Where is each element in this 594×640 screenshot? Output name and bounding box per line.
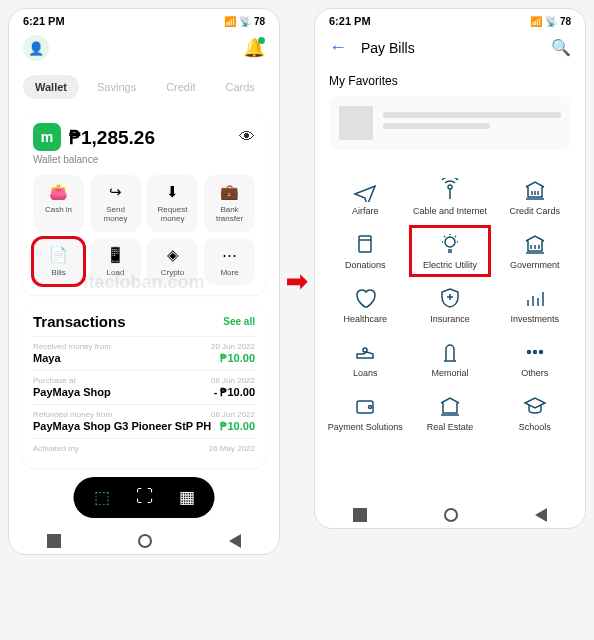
balance-amount: ₱1,285.26: [69, 126, 231, 149]
home-icon[interactable]: ⬚: [94, 487, 110, 508]
building-icon: [412, 394, 489, 418]
transaction-row[interactable]: Refunded money from06 Jun 2022PayMaya Sh…: [33, 404, 255, 438]
jar-icon: [327, 232, 404, 256]
category-schools[interactable]: Schools: [494, 388, 575, 438]
airplane-icon: [327, 178, 404, 202]
wallet-tabs: Wallet Savings Credit Cards: [9, 67, 279, 107]
category-donations[interactable]: Donations: [325, 226, 406, 276]
search-icon[interactable]: 🔍: [551, 38, 571, 57]
svg-point-0: [448, 185, 452, 189]
transaction-row[interactable]: Received money from20 Jun 2022Maya₱10.00: [33, 336, 255, 370]
favorites-section: My Favorites: [315, 66, 585, 158]
notifications-button[interactable]: 🔔: [243, 37, 265, 59]
transaction-row[interactable]: Purchase at06 Jun 2022PayMaya Shop- ₱10.…: [33, 370, 255, 404]
svg-point-7: [369, 406, 372, 409]
status-icons: 📶 📡 78: [530, 16, 571, 27]
favorites-label: My Favorites: [329, 74, 571, 88]
category-payment-solutions[interactable]: Payment Solutions: [325, 388, 406, 438]
placeholder-icon: [339, 106, 373, 140]
tab-wallet[interactable]: Wallet: [23, 75, 79, 99]
category-memorial[interactable]: Memorial: [410, 334, 491, 384]
bills-icon: 📄: [37, 246, 80, 264]
action-crypto[interactable]: ◈Crypto: [147, 238, 198, 286]
action-grid: 👛Cash in ↪Send money ⬇Request money 💼Ban…: [33, 175, 255, 285]
action-send-money[interactable]: ↪Send money: [90, 175, 141, 232]
header: 👤 🔔: [9, 29, 279, 67]
category-cable-internet[interactable]: Cable and Internet: [410, 172, 491, 222]
apps-icon[interactable]: ▦: [179, 487, 195, 508]
government-icon: [496, 232, 573, 256]
home-button[interactable]: [444, 508, 458, 522]
bottom-nav-pill: ⬚ ⛶ ▦: [74, 477, 215, 518]
more-icon: ⋯: [208, 246, 251, 264]
system-nav: [9, 526, 279, 554]
category-investments[interactable]: Investments: [494, 280, 575, 330]
category-others[interactable]: Others: [494, 334, 575, 384]
request-icon: ⬇: [151, 183, 194, 201]
svg-point-3: [527, 351, 530, 354]
system-nav: [315, 500, 585, 528]
time: 6:21 PM: [329, 15, 371, 27]
wallet-icon: [327, 394, 404, 418]
home-button[interactable]: [138, 534, 152, 548]
time: 6:21 PM: [23, 15, 65, 27]
category-healthcare[interactable]: Healthcare: [325, 280, 406, 330]
tab-savings[interactable]: Savings: [85, 75, 148, 99]
shield-icon: [412, 286, 489, 310]
dots-icon: [496, 340, 573, 364]
action-more[interactable]: ⋯More: [204, 238, 255, 286]
page-title: Pay Bills: [361, 40, 537, 56]
category-airfare[interactable]: Airfare: [325, 172, 406, 222]
flow-arrow-icon: ➡: [286, 266, 308, 297]
status-bar: 6:21 PM 📶 📡 78: [315, 9, 585, 29]
action-load[interactable]: 📱Load: [90, 238, 141, 286]
status-bar: 6:21 PM 📶 📡 78: [9, 9, 279, 29]
category-loans[interactable]: Loans: [325, 334, 406, 384]
action-cash-in[interactable]: 👛Cash in: [33, 175, 84, 232]
crypto-icon: ◈: [151, 246, 194, 264]
category-credit-cards[interactable]: Credit Cards: [494, 172, 575, 222]
category-insurance[interactable]: Insurance: [410, 280, 491, 330]
tab-credit[interactable]: Credit: [154, 75, 207, 99]
category-government[interactable]: Government: [494, 226, 575, 276]
recents-button[interactable]: [353, 508, 367, 522]
see-all-link[interactable]: See all: [223, 316, 255, 327]
paybills-header: ← Pay Bills 🔍: [315, 29, 585, 66]
recents-button[interactable]: [47, 534, 61, 548]
toggle-visibility-icon[interactable]: 👁: [239, 128, 255, 146]
back-button[interactable]: [535, 508, 547, 522]
svg-rect-6: [357, 401, 373, 413]
antenna-icon: [412, 178, 489, 202]
scan-icon[interactable]: ⛶: [136, 487, 153, 508]
maya-logo-icon: m: [33, 123, 61, 151]
category-grid: Airfare Cable and Internet Credit Cards …: [315, 158, 585, 442]
balance-card: m ₱1,285.26 👁 Wallet balance 👛Cash in ↪S…: [23, 113, 265, 295]
back-button[interactable]: [229, 534, 241, 548]
tab-cards[interactable]: Cards: [213, 75, 266, 99]
building-icon: [496, 178, 573, 202]
svg-point-2: [445, 237, 455, 247]
favorite-placeholder[interactable]: [329, 96, 571, 150]
load-icon: 📱: [94, 246, 137, 264]
transaction-row[interactable]: Activated my26 May 2022: [33, 438, 255, 458]
bank-icon: 💼: [208, 183, 251, 201]
lightbulb-icon: [412, 232, 489, 256]
transactions-card: Transactions See all Received money from…: [23, 303, 265, 468]
avatar[interactable]: 👤: [23, 35, 49, 61]
heart-icon: [327, 286, 404, 310]
wallet-screen: 6:21 PM 📶 📡 78 👤 🔔 Wallet Savings Credit…: [8, 8, 280, 555]
action-request-money[interactable]: ⬇Request money: [147, 175, 198, 232]
category-real-estate[interactable]: Real Estate: [410, 388, 491, 438]
send-icon: ↪: [94, 183, 137, 201]
action-bills[interactable]: 📄Bills: [33, 238, 84, 286]
status-icons: 📶 📡 78: [224, 16, 265, 27]
svg-point-4: [533, 351, 536, 354]
action-bank-transfer[interactable]: 💼Bank transfer: [204, 175, 255, 232]
memorial-icon: [412, 340, 489, 364]
graduation-icon: [496, 394, 573, 418]
back-arrow-icon[interactable]: ←: [329, 37, 347, 58]
balance-label: Wallet balance: [33, 154, 255, 165]
paybills-screen: 6:21 PM 📶 📡 78 ← Pay Bills 🔍 My Favorite…: [314, 8, 586, 529]
svg-rect-1: [359, 236, 371, 252]
category-electric-utility[interactable]: Electric Utility: [410, 226, 491, 276]
